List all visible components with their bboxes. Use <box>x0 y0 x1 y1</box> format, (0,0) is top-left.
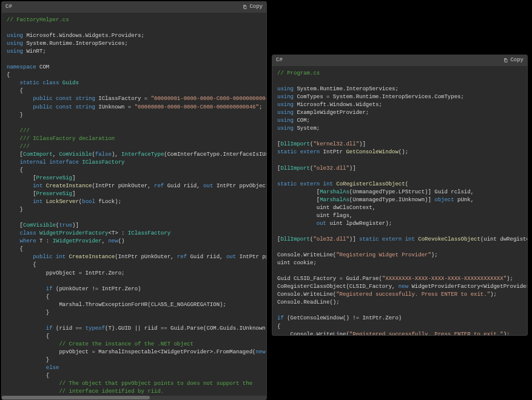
code-t: new <box>399 284 408 290</box>
code-t: pUnk, <box>454 197 474 203</box>
code-t: ComVisible <box>59 152 92 158</box>
code-t: LockServer <box>42 199 78 205</box>
code-t: internal interface <box>7 159 79 165</box>
code-t: System; <box>294 125 320 132</box>
code-t: () <box>118 238 125 244</box>
code-t: ); <box>431 252 438 258</box>
code-t: IClassFactory <box>128 230 170 236</box>
code-t: Guids <box>59 80 78 86</box>
code-t: PreserveSig <box>36 191 72 197</box>
code-t: ] <box>72 175 75 181</box>
code-t: (ComInterfaceType.InterfaceIsIUnknown), <box>164 152 266 158</box>
code-t: if <box>7 325 53 332</box>
code-t: using <box>277 94 294 100</box>
code-t: System.Runtime.InteropServices; <box>294 86 399 92</box>
code-t: // The object that ppvObject points to d… <box>7 381 252 387</box>
code-t: where <box>7 238 36 244</box>
code-t: CreateInstance <box>42 183 92 189</box>
code-t: )] <box>72 222 79 228</box>
code-t: "00000000-0000-0000-C000-000000000046" <box>135 104 259 110</box>
language-label: C# <box>5 3 12 11</box>
code-t: ), <box>112 152 121 158</box>
code-t: { <box>7 72 10 78</box>
copy-button[interactable]: Copy <box>242 3 263 11</box>
scrollbar-thumb[interactable] <box>2 396 150 399</box>
code-t: int <box>7 183 42 189</box>
code-t: )] <box>359 141 366 147</box>
code-t: { <box>7 373 49 379</box>
code-t: ExampleWidgetProvider; <box>294 110 369 116</box>
code-header-right: C# Copy <box>272 55 527 66</box>
code-header-left: C# Copy <box>2 2 266 13</box>
code-line: // FactoryHelper.cs <box>7 17 69 23</box>
code-t: using <box>277 110 294 116</box>
code-t: Guid riid, <box>187 254 226 260</box>
code-t: IntPtr ppvObject); <box>213 183 266 189</box>
copy-button[interactable]: Copy <box>503 56 524 64</box>
code-t: using <box>277 86 294 92</box>
code-t: (UnmanagedType.IUnknown)] <box>349 197 434 203</box>
code-t: (pUnkOuter != IntPtr.Zero) <box>53 286 141 292</box>
code-t: out <box>226 254 236 260</box>
code-t: )] <box>349 165 356 172</box>
code-t: int <box>7 199 42 205</box>
code-t: static extern int <box>359 236 415 242</box>
code-t: ); <box>490 292 497 298</box>
code-t: [ <box>7 152 23 158</box>
code-t: false <box>95 152 112 158</box>
code-t: // Create the instance of the .NET objec… <box>7 341 194 347</box>
code-t: namespace <box>7 64 36 70</box>
code-t: else <box>7 365 59 371</box>
copy-label: Copy <box>510 56 524 64</box>
code-t: uint cookie; <box>277 260 317 266</box>
code-t: IWidgetProvider <box>53 238 102 244</box>
code-t: } <box>7 112 23 118</box>
code-t: IUnknown = <box>95 104 135 110</box>
code-t: ref <box>154 183 164 189</box>
code-t: WidgetProviderFactory <box>36 230 109 236</box>
code-t: { <box>7 333 49 339</box>
code-t: uint lpdwRegister); <box>326 221 392 227</box>
code-t: if <box>277 315 284 321</box>
code-t: CoRegisterClassObject <box>333 181 405 187</box>
code-t: Microsoft.Windows.Widgets; <box>294 102 382 108</box>
code-t: InterfaceType <box>121 152 164 158</box>
code-t: // Program.cs <box>277 70 320 76</box>
code-t: Microsoft.Windows.Widgets.Providers; <box>23 33 144 39</box>
code-t: Console.WriteLine( <box>277 252 336 258</box>
code-t: "Registered successfully. Press ENTER to… <box>349 332 503 335</box>
code-t: using <box>7 33 23 39</box>
code-t: ); <box>507 276 513 282</box>
code-t: ref <box>177 254 187 260</box>
code-t: { <box>7 88 23 94</box>
code-t: uint dwClsContext, <box>277 205 375 211</box>
code-t: { <box>7 246 23 252</box>
code-t: "ole32.dll" <box>313 165 349 172</box>
language-label: C# <box>276 56 283 64</box>
code-t: ); <box>503 332 510 335</box>
code-t: ppvObject = MarshalInspectable<IWidgetPr… <box>7 349 255 355</box>
code-t: new <box>255 349 265 355</box>
code-t: ComVisible <box>23 222 56 228</box>
code-t: "kernel32.dll" <box>313 141 359 147</box>
horizontal-scrollbar[interactable] <box>2 396 266 399</box>
code-t: /// <box>7 128 33 134</box>
code-t: uint flags, <box>277 213 352 219</box>
code-t: public int <box>7 254 66 260</box>
code-body-right[interactable]: // Program.cs using System.Runtime.Inter… <box>272 66 527 335</box>
code-t: GetConsoleWindow <box>346 149 398 155</box>
code-t: (UnmanagedType.LPStruct)] Guid rclsid, <box>349 189 474 195</box>
code-t: { <box>7 167 23 173</box>
code-t: T : <box>36 238 53 244</box>
code-t: [ <box>7 191 36 197</box>
code-t: (IntPtr pUnkOuter, <box>92 183 154 189</box>
code-t: static class <box>7 80 59 86</box>
code-t: , <box>53 152 59 158</box>
code-t: ComTypes = System.Runtime.InteropService… <box>294 94 464 100</box>
code-t: ; <box>259 104 262 110</box>
code-t: ( <box>405 181 408 187</box>
code-body-left[interactable]: // FactoryHelper.cs using Microsoft.Wind… <box>2 13 266 396</box>
code-t: Console.WriteLine( <box>277 332 349 335</box>
code-t: } <box>7 357 49 363</box>
code-t: if <box>7 286 53 292</box>
